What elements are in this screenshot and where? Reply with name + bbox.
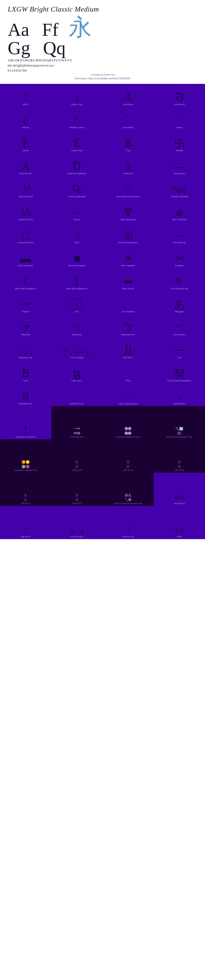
block-char: ☀ [123, 253, 133, 264]
block-label: Phonetic Ext [19, 172, 32, 175]
block-char: È [22, 138, 29, 150]
block-char: ⑁ [74, 230, 80, 242]
block-label: Latin Ext B [174, 103, 185, 106]
block-cell: ⅟Super And Sub [0, 176, 51, 199]
block-char: ▬ [20, 253, 31, 264]
block-cell: 一CJK [154, 337, 205, 360]
block-cell: ∇Math Operators [102, 199, 154, 222]
block-label: Enclosed Alphanum [119, 242, 138, 244]
block-cell: アパートCJK Compat [51, 337, 102, 360]
specimen-cjk: 永 [69, 16, 92, 39]
block-cell: ←Arrows [51, 199, 102, 222]
block-label: Vertical Forms [70, 402, 84, 405]
block-cell: ⺀CJK Radicals Sup [154, 268, 205, 291]
block-cell: ffAlphabetic PF [0, 383, 51, 406]
block-cell: ﹊CJK Compat Forms [102, 383, 154, 406]
block-cell: 🟠🟡 🟢🟣Geometric Shapes Ext [0, 439, 51, 473]
block-label: CJK Ext D [174, 469, 184, 472]
block-char: ⌀ [176, 207, 183, 218]
specimen-qq: Qq [43, 39, 66, 57]
block-label: Misc Symbols [122, 264, 135, 267]
block-label: CJK Ext C [123, 469, 133, 472]
block-cell: ⼀Kangxi [0, 291, 51, 314]
block-char: «» [174, 490, 185, 502]
block-label: Hiragana [175, 310, 184, 313]
block-char: ! [24, 92, 27, 103]
block-cell: ─Box Drawing [154, 222, 205, 245]
block-cell: 𝍠𝍡 𝍢𝍣Counting Rod [51, 406, 102, 439]
block-label: Misc Arrows [122, 288, 134, 290]
block-cell: ،Small Forms [154, 383, 205, 406]
block-cell: 契CJK Compat Ideographs [154, 360, 205, 383]
block-cell: ĀLatin Ext A [102, 84, 154, 107]
block-label: Lisu [24, 380, 28, 382]
block-label: Latin Ext Additional [67, 172, 86, 175]
block-cell: «»Sup PUA A [154, 473, 205, 506]
block-label: CJK Ext A [123, 356, 133, 359]
block-char: ¡ [75, 92, 78, 103]
block-label: CJK Ext I(?) [122, 536, 134, 538]
block-char: あ [174, 299, 185, 310]
block-cell: ꜩLatin Ext D [51, 360, 102, 383]
block-char: Ɛ [74, 138, 80, 150]
block-cell: δ« δ¬CJK Ext G [0, 506, 51, 539]
block-label: Counting Rod [70, 436, 84, 438]
block-label: Latin Ext D [72, 380, 82, 382]
specimen-large: Aa Ff 永 Gg Qq [8, 16, 197, 57]
block-char: 、 [72, 391, 82, 402]
block-char: ⎕ [22, 230, 29, 242]
block-char: 𝍠𝍡 𝍢𝍣 [73, 426, 81, 436]
block-char: ァ [20, 322, 31, 334]
block-label: CJK Compat Forms [119, 402, 138, 405]
block-cell: ㆠBopomofo Ext [102, 314, 154, 337]
block-label: Greek [176, 126, 182, 129]
block-cell: ḊLatin Ext Additional [51, 153, 102, 176]
block-cell: ㄅBopomofo [51, 314, 102, 337]
block-cell: ⅓Number Forms [0, 199, 51, 222]
block-label: Thai [126, 150, 130, 152]
block-label: Currency Symbols [68, 196, 86, 198]
font-title: LXGW Bright Classic Medium [8, 5, 197, 13]
specimen-gg: Gg [8, 39, 30, 57]
block-label: Bopomofo [72, 334, 82, 336]
block-char: ⟨ [24, 276, 28, 288]
block-label: Modifier Letters [69, 126, 85, 129]
block-label: Box Drawing [173, 242, 186, 244]
block-char: 丽丸 乁𡱖 [124, 493, 132, 502]
block-char: ∇ [125, 207, 132, 218]
block-char: 𭀀𭀁 𭀂𭀃 [75, 493, 78, 502]
block-label: Misc Math Symbols A [15, 288, 36, 290]
block-char: 契 [174, 368, 185, 380]
block-cell: ▬Block Elements [0, 245, 51, 268]
block-char: δ« δ¬ [23, 526, 28, 536]
block-label: Diacriticals For Symbols [116, 196, 140, 198]
block-char: ⅟ [22, 184, 29, 196]
block-label: PUA [126, 380, 130, 382]
block-char: ð…δ [70, 528, 84, 536]
block-label: Latin 1 Sup [71, 103, 83, 106]
block-cell: ÈCyrillic [0, 130, 51, 153]
block-char: 𪜀𪜁 𪜂𪜃 [127, 460, 130, 469]
block-char: ㄅ [72, 322, 83, 334]
block-cell: ☀Misc Symbols [102, 245, 154, 268]
block-label: OCR [75, 242, 79, 244]
alphabet-lower: abcdefghijklmnopqrstuvwxyz [8, 64, 197, 67]
block-cell: 㐀CJK Ext A [102, 337, 154, 360]
block-label: Half And Full Forms [16, 436, 35, 438]
block-label: Punctuation [173, 172, 185, 175]
alphabet-upper: ABCDEFGHIJKLMNOPQRSTUVWXYZ [8, 58, 197, 62]
block-char: ⺀ [174, 276, 185, 288]
block-label: CJK Ext E [21, 502, 30, 505]
block-cell: 𭀀𭀁 𭀂𭀃CJK Ext F [51, 473, 102, 506]
block-label: Number Forms [18, 218, 33, 221]
block-cell: !ASCII [0, 84, 51, 107]
block-char: 𫝀𫝁 𫝂𫝃 [178, 460, 181, 469]
block-char: 🈀🈁 🈂🈃 [175, 426, 184, 436]
block-label: Enclosed CJK [19, 356, 32, 359]
block-label: Katakana [21, 334, 30, 336]
block-char: %⃀ [172, 184, 187, 196]
block-char: 𠀀𠀁 𠀂𠀃 [75, 460, 78, 469]
block-cell: ■Geometric Shapes [51, 245, 102, 268]
block-label: IDC [75, 310, 79, 313]
block-label: Arrows [74, 218, 80, 221]
